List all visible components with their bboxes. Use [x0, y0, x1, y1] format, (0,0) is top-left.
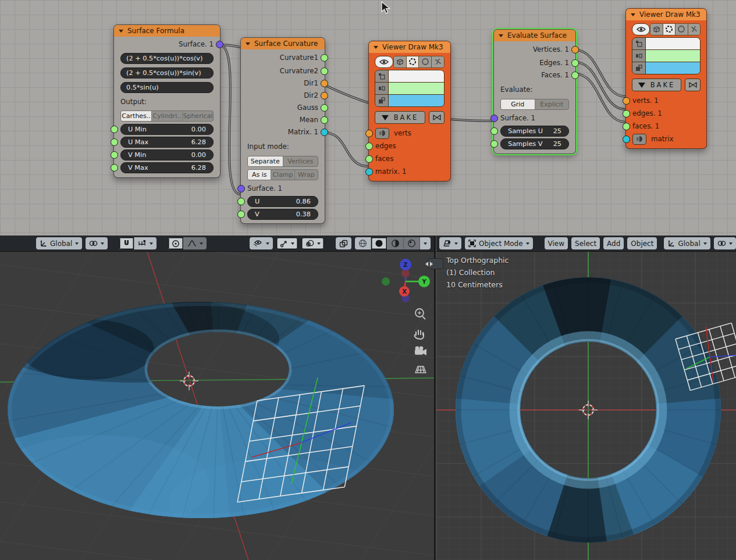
- socket-vertices-out[interactable]: [571, 46, 579, 53]
- socket-curvature1-out[interactable]: [321, 54, 328, 62]
- display-curve-icon[interactable]: [432, 56, 444, 67]
- socket-dir2-out[interactable]: [321, 92, 328, 99]
- xray-toggle[interactable]: [336, 237, 351, 249]
- socket-samples-v[interactable]: [490, 140, 498, 148]
- param-v-max[interactable]: V Max6.28: [120, 162, 214, 173]
- socket-faces-in[interactable]: [365, 155, 373, 163]
- vert-color-swatch[interactable]: [389, 70, 444, 82]
- node-evaluate-surface[interactable]: Evaluate Surface Vertices. 1 Edges. 1 Fa…: [493, 29, 576, 154]
- display-verts-cube-icon[interactable]: [394, 56, 407, 67]
- socket-matrix-in[interactable]: [365, 168, 373, 176]
- socket-u-in[interactable]: [237, 198, 245, 205]
- display-verts-cube-icon[interactable]: [650, 24, 663, 35]
- transform-orientation-dropdown[interactable]: Global: [664, 237, 710, 249]
- node-editor-canvas[interactable]: Surface Formula Surface. 1 (2 + 0.5*cos(…: [0, 0, 736, 237]
- display-faces-circle-icon[interactable]: [675, 24, 688, 35]
- collapse-triangle-icon[interactable]: [119, 30, 123, 33]
- node-viewer-draw-right[interactable]: Viewer Draw Mk3: [625, 8, 707, 149]
- viewport-divider[interactable]: [434, 236, 436, 560]
- socket-dir1-out[interactable]: [321, 80, 328, 87]
- viewport-split-handle[interactable]: [428, 258, 443, 269]
- face-color-icon[interactable]: [632, 62, 646, 74]
- menu-add[interactable]: Add: [603, 237, 624, 249]
- edge-color-swatch[interactable]: [389, 83, 444, 94]
- pivot-point-dropdown[interactable]: [714, 237, 736, 249]
- show-toggle-eye-icon[interactable]: [632, 23, 650, 35]
- bounds-bowtie-icon[interactable]: [429, 111, 445, 124]
- socket-surface-out[interactable]: [216, 41, 223, 48]
- shading-rendered-button[interactable]: [404, 237, 420, 249]
- transform-orientation-dropdown[interactable]: Global: [36, 237, 82, 249]
- vert-color-swatch[interactable]: [646, 38, 700, 49]
- shading-wireframe-button[interactable]: [355, 237, 371, 249]
- socket-samples-u[interactable]: [490, 127, 498, 135]
- shading-material-button[interactable]: [387, 237, 404, 249]
- node-surface-formula[interactable]: Surface Formula Surface. 1 (2 + 0.5*cos(…: [113, 24, 221, 178]
- node-header[interactable]: Surface Formula: [114, 25, 220, 37]
- mode-button-vertices[interactable]: Vertices: [283, 156, 318, 166]
- node-header[interactable]: Viewer Draw Mk3: [369, 41, 450, 53]
- display-curve-icon[interactable]: [688, 24, 700, 35]
- socket-verts-in[interactable]: [365, 130, 373, 137]
- socket-vmin[interactable]: [111, 151, 118, 159]
- shading-solid-button[interactable]: [371, 237, 387, 249]
- mode-button-carthesian[interactable]: Carthes..: [121, 111, 152, 121]
- menu-object[interactable]: Object: [627, 237, 657, 249]
- proportional-edit-button[interactable]: [168, 237, 184, 249]
- bounds-bowtie-icon[interactable]: [685, 79, 701, 91]
- menu-view[interactable]: View: [545, 237, 568, 249]
- menu-select[interactable]: Select: [571, 237, 600, 249]
- display-edges-circle-icon[interactable]: [407, 56, 419, 67]
- mode-button-cylindrical[interactable]: Cylindri..: [152, 111, 183, 121]
- mode-button-explicit[interactable]: Explicit: [535, 99, 569, 109]
- param-v-min[interactable]: V Min0.00: [120, 149, 214, 160]
- mode-dropdown[interactable]: Object Mode: [465, 237, 533, 249]
- collapse-triangle-icon[interactable]: [499, 34, 503, 37]
- snap-magnet-button[interactable]: [119, 237, 134, 249]
- node-header[interactable]: Evaluate Surface: [494, 30, 575, 41]
- edge-color-icon[interactable]: [375, 83, 389, 94]
- socket-surface-in[interactable]: [237, 185, 245, 192]
- formula-z-field[interactable]: 0.5*sin(u): [120, 82, 214, 93]
- face-color-swatch[interactable]: [646, 62, 700, 74]
- falloff-dropdown[interactable]: [184, 237, 207, 249]
- node-surface-curvature[interactable]: Surface Curvature Curvature1 Curvature2 …: [240, 37, 325, 224]
- socket-umin[interactable]: [111, 126, 118, 133]
- collapse-triangle-icon[interactable]: [246, 42, 250, 45]
- socket-vmax[interactable]: [111, 164, 118, 172]
- verts-display-icon[interactable]: [375, 128, 389, 139]
- display-faces-circle-icon[interactable]: [419, 56, 432, 67]
- matrix-display-icon[interactable]: [632, 134, 646, 145]
- socket-faces-out[interactable]: [571, 72, 579, 79]
- param-u-min[interactable]: U Min0.00: [120, 124, 214, 135]
- vert-color-icon[interactable]: [632, 38, 646, 49]
- bake-button[interactable]: BAKE: [632, 79, 681, 91]
- collapse-triangle-icon[interactable]: [374, 46, 378, 49]
- mode-button-asis[interactable]: As is: [248, 170, 271, 180]
- socket-curvature2-out[interactable]: [321, 67, 328, 75]
- param-v[interactable]: V0.38: [247, 209, 318, 220]
- socket-faces-in[interactable]: [623, 123, 630, 130]
- face-color-swatch[interactable]: [389, 95, 444, 106]
- mode-button-spherical[interactable]: Spherical: [183, 111, 213, 121]
- viewport-left-3d[interactable]: ZYX: [0, 252, 434, 560]
- edge-color-swatch[interactable]: [646, 50, 700, 62]
- socket-matrix-out[interactable]: [321, 129, 328, 136]
- node-header[interactable]: Surface Curvature: [241, 38, 325, 49]
- formula-x-field[interactable]: (2 + 0.5*cos(u))*cos(v): [120, 53, 214, 64]
- mode-button-separate[interactable]: Separate: [248, 156, 283, 166]
- face-color-icon[interactable]: [375, 95, 389, 106]
- socket-matrix-in[interactable]: [623, 135, 630, 143]
- socket-edges-in[interactable]: [623, 110, 630, 117]
- socket-edges-in[interactable]: [365, 142, 373, 150]
- pivot-point-dropdown[interactable]: [86, 237, 108, 249]
- node-viewer-draw-mid[interactable]: Viewer Draw Mk3: [368, 41, 451, 181]
- param-u[interactable]: U0.86: [247, 196, 318, 207]
- mode-button-wrap[interactable]: Wrap: [295, 170, 318, 180]
- shading-dropdown[interactable]: [420, 237, 431, 249]
- viewport-right-3d[interactable]: [436, 252, 736, 560]
- mode-button-clamp[interactable]: Clamp: [271, 170, 294, 180]
- edge-color-icon[interactable]: [632, 50, 646, 62]
- socket-umax[interactable]: [111, 138, 118, 146]
- vert-color-icon[interactable]: [375, 70, 389, 82]
